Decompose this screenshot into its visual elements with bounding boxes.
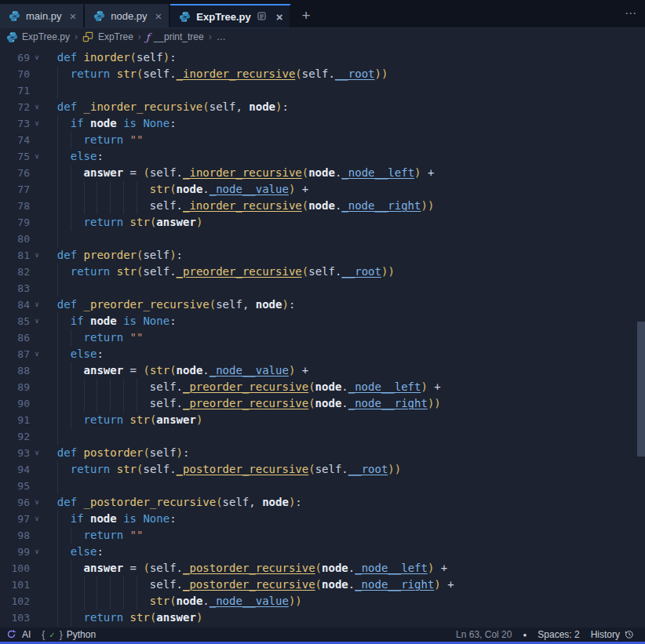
code-text[interactable]: self._preorder_recursive(node._node__lef… xyxy=(44,379,441,395)
code-text[interactable]: self._preorder_recursive(node._node__rig… xyxy=(44,395,441,412)
token: else xyxy=(71,347,97,360)
code-text[interactable] xyxy=(44,478,71,494)
indent-guides xyxy=(44,544,71,560)
token: answer xyxy=(156,216,196,228)
code-text[interactable]: return str(self._inorder_recursive(self.… xyxy=(44,66,388,82)
status-history[interactable]: History xyxy=(591,629,636,641)
code-line: 95 xyxy=(0,478,645,494)
token: self xyxy=(137,51,163,64)
fold-icon[interactable]: ∨ xyxy=(30,544,44,560)
status-ai[interactable]: AI xyxy=(6,629,31,641)
code-line: 73∨if node is None: xyxy=(0,115,645,132)
code-text[interactable]: def _preorder_recursive(self, node): xyxy=(44,297,295,313)
code-text[interactable] xyxy=(44,280,71,297)
code-text[interactable]: if node is None: xyxy=(44,115,177,132)
breadcrumb-item-print-tree[interactable]: ƒ__print_tree xyxy=(146,31,204,43)
code-text[interactable]: else: xyxy=(44,148,104,165)
fold-icon[interactable]: ∨ xyxy=(30,445,44,461)
breadcrumb-item-exptree-py[interactable]: ExpTree.py xyxy=(6,31,70,43)
fold-icon[interactable]: ∨ xyxy=(30,115,44,132)
indent-guide-line xyxy=(57,478,58,494)
indent-guide-line xyxy=(71,560,71,577)
code-text[interactable]: answer = (self._inorder_recursive(node._… xyxy=(44,165,434,181)
line-number: 103 xyxy=(0,609,30,626)
close-icon[interactable]: × xyxy=(70,10,77,22)
line-number: 83 xyxy=(0,280,30,297)
code-text[interactable]: return str(self._preorder_recursive(self… xyxy=(44,264,395,280)
scrollbar-thumb[interactable] xyxy=(637,322,645,457)
token: . xyxy=(169,67,176,80)
indent-setting[interactable]: Spaces: 2 xyxy=(538,629,579,640)
code-text[interactable] xyxy=(44,428,71,445)
code-text[interactable]: return "" xyxy=(44,527,143,544)
breadcrumb-item-[interactable]: … xyxy=(217,31,226,42)
close-icon[interactable]: × xyxy=(276,11,283,23)
indent-guide-line xyxy=(57,593,58,609)
line-number: 84 xyxy=(0,297,30,313)
token: ) xyxy=(381,67,388,80)
code-text[interactable]: return "" xyxy=(44,329,143,346)
indent-guide-line xyxy=(57,609,58,626)
code-text[interactable]: def _inorder_recursive(self, node): xyxy=(44,99,289,115)
token: __root xyxy=(341,265,381,278)
code-text[interactable]: str(node._node__value)) xyxy=(44,593,302,609)
fold-icon[interactable]: ∨ xyxy=(30,313,44,329)
fold-icon[interactable]: ∨ xyxy=(30,346,44,362)
code-text[interactable]: answer = (str(node._node__value) + xyxy=(44,362,308,379)
indent-guide-line xyxy=(137,198,137,214)
tab-exptree-py[interactable]: ExpTree.py× xyxy=(170,4,291,27)
cursor-position[interactable]: Ln 63, Col 20 xyxy=(456,629,512,640)
fold-icon[interactable]: ∨ xyxy=(30,148,44,165)
token: node xyxy=(322,578,348,591)
code-text[interactable]: self._postorder_recursive(node._node__ri… xyxy=(44,577,454,593)
token: node xyxy=(322,562,348,574)
code-text[interactable]: if node is None: xyxy=(44,313,177,329)
new-tab-button[interactable]: + xyxy=(291,4,320,27)
fold-icon[interactable]: ∨ xyxy=(30,511,44,527)
token: def xyxy=(57,51,84,64)
more-actions-icon[interactable]: ⋯ xyxy=(625,6,645,27)
fold-icon[interactable]: ∨ xyxy=(30,49,44,66)
code-text[interactable] xyxy=(44,231,71,247)
pin-icon xyxy=(257,11,268,23)
fold-icon[interactable]: ∨ xyxy=(30,247,44,264)
code-text[interactable]: def preorder(self): xyxy=(44,247,183,264)
code-text[interactable]: self._inorder_recursive(node._node__righ… xyxy=(44,198,434,214)
code-text[interactable]: return str(self._postorder_recursive(sel… xyxy=(44,461,401,478)
code-text[interactable] xyxy=(44,82,71,99)
breadcrumb-item-exptree[interactable]: ExpTree xyxy=(82,31,133,43)
code-text[interactable]: return str(answer) xyxy=(44,214,202,231)
fold-icon[interactable]: ∨ xyxy=(30,99,44,115)
code-text[interactable]: else: xyxy=(44,346,104,362)
token: return xyxy=(84,529,130,541)
status-ai-label: AI xyxy=(22,629,31,640)
fold-icon[interactable]: ∨ xyxy=(30,494,44,511)
code-text[interactable]: def postorder(self): xyxy=(44,445,189,461)
token: _postorder_recursive xyxy=(84,496,217,508)
code-text[interactable]: str(node._node__value) + xyxy=(44,181,308,198)
token: ( xyxy=(302,166,308,179)
code-text[interactable]: return str(answer) xyxy=(44,609,202,626)
token: _node__value xyxy=(210,595,289,607)
token: self xyxy=(210,100,236,113)
indent-guide-line xyxy=(137,395,137,412)
close-icon[interactable]: × xyxy=(155,10,162,22)
fold-icon[interactable]: ∨ xyxy=(30,297,44,313)
tab-main-py[interactable]: main.py× xyxy=(0,4,85,27)
token: : xyxy=(289,298,295,311)
code-text[interactable]: else: xyxy=(44,544,104,560)
code-text[interactable]: def inorder(self): xyxy=(44,49,177,66)
code-text[interactable]: def _postorder_recursive(self, node): xyxy=(44,494,302,511)
line-number: 73 xyxy=(0,115,30,132)
indent-guides xyxy=(44,99,57,115)
indent-guide-line xyxy=(110,181,111,198)
token: _preorder_recursive xyxy=(183,397,308,409)
token: ( xyxy=(169,183,176,195)
code-text[interactable]: answer = (self._postorder_recursive(node… xyxy=(44,560,447,577)
tab-node-py[interactable]: node.py× xyxy=(85,4,170,27)
code-text[interactable]: return "" xyxy=(44,132,143,148)
token: ) xyxy=(421,199,427,212)
code-text[interactable]: if node is None: xyxy=(44,511,177,527)
code-text[interactable]: return str(answer) xyxy=(44,412,202,428)
status-language[interactable]: {✓}Python xyxy=(42,629,96,640)
